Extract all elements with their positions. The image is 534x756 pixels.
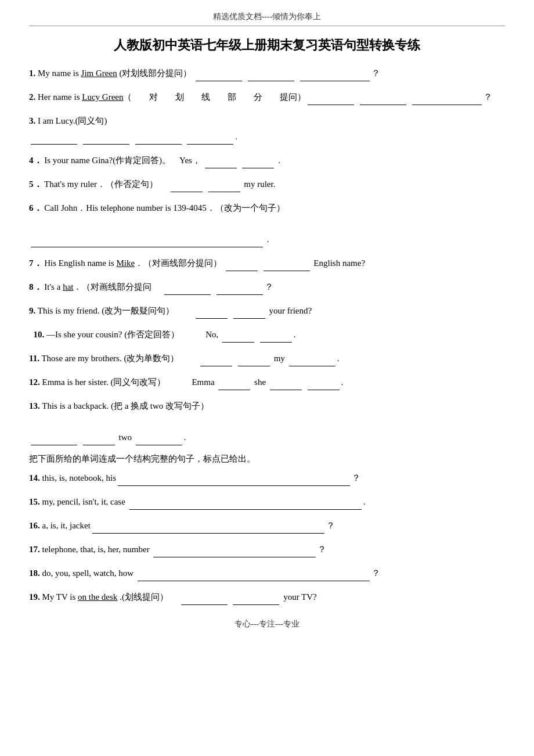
q1-underline: Jim Green: [81, 69, 117, 78]
q7-number: 7．: [29, 258, 42, 268]
q10-blank2[interactable]: [260, 332, 292, 343]
q19-underline: on the desk: [78, 592, 117, 602]
q17-number: 17.: [29, 545, 40, 554]
q11-blank3[interactable]: [289, 356, 335, 366]
q6-number: 6．: [29, 203, 42, 213]
q1-blank2[interactable]: [248, 71, 294, 81]
q8-blank1[interactable]: [164, 285, 211, 295]
q8-blank2[interactable]: [217, 285, 263, 295]
q6-blank1[interactable]: [31, 237, 263, 247]
q18-blank1[interactable]: [138, 571, 370, 581]
question-3: 3. I am Lucy.(同义句) .: [29, 113, 505, 145]
q4-blank1[interactable]: [205, 158, 237, 168]
q3-blank3[interactable]: [135, 134, 182, 145]
question-10: 10. —Is she your cousin? (作否定回答） No, .: [29, 327, 505, 343]
q19-blank2[interactable]: [233, 595, 279, 605]
q2-blank2[interactable]: [360, 95, 406, 105]
q2-number: 2.: [29, 92, 35, 102]
q14-number: 14.: [29, 473, 40, 483]
question-4: 4． Is your name Gina?(作肯定回答)。 Yes， .: [29, 153, 505, 168]
question-1: 1. My name is Jim Green (对划线部分提问） ？: [29, 66, 505, 81]
q5-blank1[interactable]: [171, 182, 203, 192]
q9-blank2[interactable]: [233, 308, 265, 319]
q12-blank1[interactable]: [218, 380, 250, 390]
question-19: 19. My TV is on the desk .(划线提问） your TV…: [29, 589, 505, 605]
q3-blank4[interactable]: [187, 134, 233, 145]
q11-blank2[interactable]: [238, 356, 270, 366]
q12-number: 12.: [29, 377, 40, 387]
q3-blank2[interactable]: [83, 134, 129, 145]
q12-blank3[interactable]: [308, 380, 340, 390]
q17-blank1[interactable]: [153, 547, 316, 557]
q18-number: 18.: [29, 568, 40, 578]
q16-number: 16.: [29, 521, 40, 530]
q1-number: 1.: [29, 69, 35, 78]
section-intro: 把下面所给的单词连成一个结构完整的句子，标点已给出。: [29, 453, 505, 465]
q2-blank1[interactable]: [308, 95, 354, 105]
q4-number: 4．: [29, 156, 42, 165]
q2-blank3[interactable]: [412, 95, 482, 105]
question-15: 15. my, pencil, isn't, it, case .: [29, 494, 505, 510]
question-9: 9. This is my friend. (改为一般疑问句） your fri…: [29, 303, 505, 319]
q4-blank2[interactable]: [242, 158, 274, 168]
q14-blank1[interactable]: [118, 476, 350, 486]
q5-number: 5．: [29, 179, 42, 189]
top-banner: 精选优质文档----倾情为你奉上: [29, 12, 505, 26]
q16-blank1[interactable]: [92, 523, 324, 534]
q7-blank1[interactable]: [226, 261, 258, 271]
q13-number: 13.: [29, 401, 40, 411]
q19-number: 19.: [29, 592, 40, 602]
q8-number: 8．: [29, 282, 42, 291]
q19-blank1[interactable]: [181, 595, 228, 605]
question-6: 6． Call John．His telephone number is 139…: [29, 200, 505, 247]
question-13: 13. This is a backpack. (把 a 换成 two 改写句子…: [29, 398, 505, 445]
q7-underline: Mike: [116, 258, 135, 268]
q9-number: 9.: [29, 306, 35, 315]
q9-blank1[interactable]: [196, 308, 228, 319]
q8-underline: hat: [63, 282, 73, 291]
q13-blank3[interactable]: [136, 435, 182, 445]
bottom-footer: 专心---专注---专业: [29, 619, 505, 629]
question-7: 7． His English name is Mike．（对画线部分提问） En…: [29, 255, 505, 271]
q11-number: 11.: [29, 354, 39, 363]
q2-underline: Lucy Green: [82, 92, 123, 102]
question-8: 8． It's a hat．（对画线部分提问 ？: [29, 279, 505, 295]
q10-number: 10.: [34, 330, 45, 339]
question-11: 11. Those are my brothers. (改为单数句） my .: [29, 351, 505, 366]
q13-blank1[interactable]: [31, 435, 77, 445]
question-5: 5． That's my ruler．（作否定句） my ruler.: [29, 177, 505, 192]
q1-blank1[interactable]: [196, 71, 242, 81]
question-18: 18. do, you, spell, watch, how ？: [29, 566, 505, 581]
q13-blank2[interactable]: [83, 435, 115, 445]
q3-number: 3.: [29, 116, 35, 125]
question-16: 16. a, is, it, jacket？: [29, 518, 505, 534]
q7-blank2[interactable]: [264, 261, 310, 271]
q15-number: 15.: [29, 497, 40, 506]
question-2: 2. Her name is Lucy Green（ 对 划 线 部 分 提问）…: [29, 89, 505, 105]
q12-blank2[interactable]: [270, 380, 302, 390]
q15-blank1[interactable]: [129, 499, 362, 510]
q11-blank1[interactable]: [200, 356, 232, 366]
question-14: 14. this, is, notebook, his？: [29, 470, 505, 486]
main-title: 人教版初中英语七年级上册期末复习英语句型转换专练: [29, 37, 505, 54]
question-12: 12. Emma is her sister. (同义句改写） Emma she…: [29, 375, 505, 390]
q1-blank3[interactable]: [300, 71, 370, 81]
question-17: 17. telephone, that, is, her, number ？: [29, 542, 505, 557]
q10-blank1[interactable]: [222, 332, 254, 343]
q5-blank2[interactable]: [208, 182, 240, 192]
q3-blank1[interactable]: [31, 134, 77, 145]
